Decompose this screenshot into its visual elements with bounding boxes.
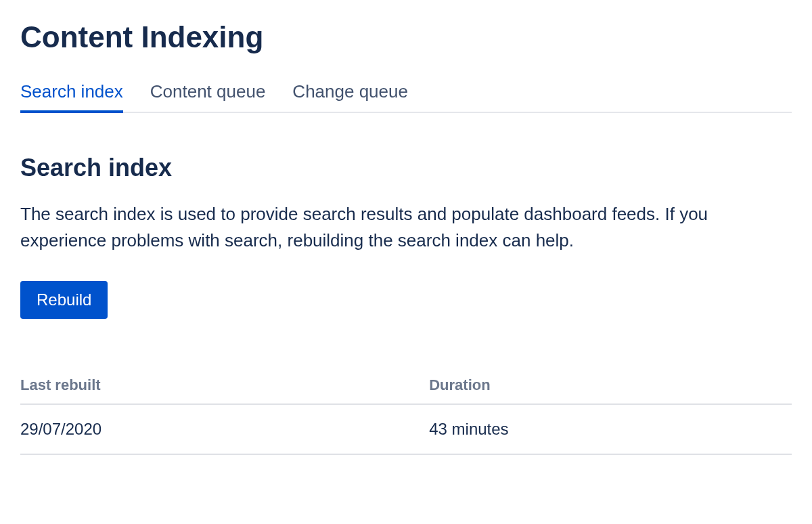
tab-change-queue[interactable]: Change queue: [292, 81, 408, 112]
info-table: Last rebuilt Duration 29/07/2020 43 minu…: [20, 376, 792, 455]
header-last-rebuilt: Last rebuilt: [20, 376, 429, 404]
page-title: Content Indexing: [20, 20, 792, 54]
section-title: Search index: [20, 154, 792, 182]
tab-search-index[interactable]: Search index: [20, 81, 123, 112]
section-description: The search index is used to provide sear…: [20, 201, 785, 254]
tab-content-queue[interactable]: Content queue: [150, 81, 266, 112]
header-duration: Duration: [429, 376, 792, 404]
cell-last-rebuilt: 29/07/2020: [20, 404, 429, 454]
cell-duration: 43 minutes: [429, 404, 792, 454]
tabs-container: Search index Content queue Change queue: [20, 81, 792, 113]
rebuild-button[interactable]: Rebuild: [20, 281, 108, 319]
table-row: 29/07/2020 43 minutes: [20, 404, 792, 454]
